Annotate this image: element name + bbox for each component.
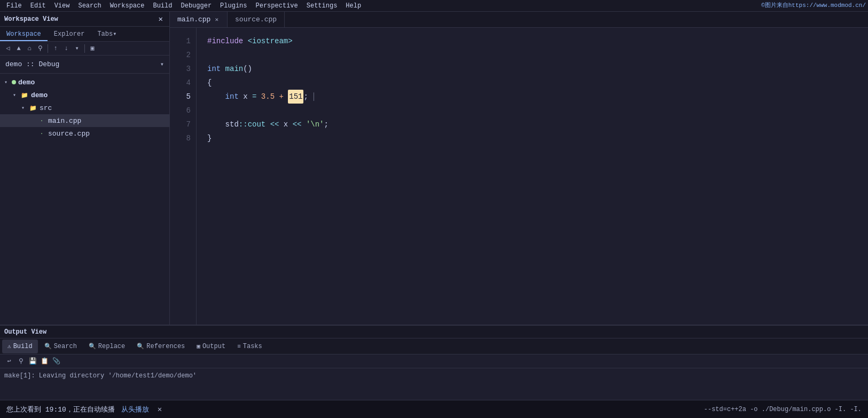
output-toolbar-save-icon[interactable]: 💾 — [28, 357, 37, 366]
token-iostream: <iostream> — [248, 34, 293, 48]
tree-arrow-demo: ▾ — [13, 92, 20, 98]
file-tree: ▾ demo ▾ 📁 demo ▾ 📁 src · main.cpp — [0, 74, 169, 325]
code-line-3: int main() — [207, 62, 857, 76]
ln-4: 4 — [170, 76, 191, 90]
token-semicolon1: ; — [303, 90, 308, 104]
project-selector[interactable]: demo :: Debug ▾ — [0, 56, 169, 74]
ln-5: 5 — [170, 90, 191, 104]
output-toolbar-copy-icon[interactable]: 📋 — [40, 357, 49, 366]
notification-text: 您上次看到 19:10，正在自动续播 — [6, 405, 115, 414]
output-tab-build[interactable]: ⚠ Build — [2, 340, 38, 353]
workspace-toolbar: ◁ ▲ ⌂ ⚲ ↑ ↓ ▾ ▣ — [0, 42, 169, 56]
output-tab-label-output: Output — [202, 343, 225, 350]
code-editor[interactable]: #include <iostream> int main() { int x =… — [197, 28, 868, 325]
output-toolbar-attach-icon[interactable]: 📎 — [51, 357, 61, 366]
output-tab-references[interactable]: 🔍 References — [131, 340, 190, 353]
tree-item-src-folder[interactable]: ▾ 📁 src — [0, 101, 169, 114]
editor-tab-source-cpp[interactable]: source.cpp — [228, 12, 285, 27]
output-icon: ▣ — [197, 343, 200, 350]
menu-debugger[interactable]: Debugger — [176, 1, 216, 11]
ln-1: 1 — [170, 34, 191, 48]
toolbar-home-icon[interactable]: ⌂ — [25, 44, 34, 53]
code-line-5: int x = 3.5 + 151;│ — [207, 90, 857, 104]
notification-link[interactable]: 从头播放 — [121, 405, 149, 414]
tree-label-demo-folder: demo — [31, 91, 48, 99]
project-selector-text: demo :: Debug — [5, 60, 160, 68]
output-tab-search[interactable]: 🔍 Search — [39, 340, 82, 353]
toolbar-expand-icon[interactable]: ▾ — [72, 44, 82, 53]
notification-close-button[interactable]: ✕ — [155, 404, 164, 415]
token-std: std — [225, 117, 239, 131]
token-int-type: int — [207, 62, 225, 76]
output-content: make[1]: Leaving directory '/home/test1/… — [0, 368, 868, 400]
workspace-title-bar: Workspace View ✕ — [0, 12, 169, 27]
workspace-panel: Workspace View ✕ Workspace Explorer Tabs… — [0, 12, 170, 325]
output-tab-replace[interactable]: 🔍 Replace — [83, 340, 130, 353]
token-x-var: x — [243, 90, 252, 104]
toolbar-up2-icon[interactable]: ↑ — [51, 44, 60, 53]
tree-item-main-cpp[interactable]: · main.cpp — [0, 114, 169, 127]
output-toolbar: ↩ ⚲ 💾 📋 📎 — [0, 354, 868, 368]
token-shift2: << — [288, 117, 306, 131]
token-parens: () — [243, 62, 252, 76]
toolbar-down-icon[interactable]: ↓ — [61, 44, 71, 53]
menu-plugins[interactable]: Plugins — [216, 1, 251, 11]
ln-7: 7 — [170, 117, 191, 131]
output-tab-output[interactable]: ▣ Output — [191, 340, 231, 353]
output-title-bar: Output View — [0, 326, 868, 338]
token-indent1 — [207, 90, 225, 104]
menu-workspace[interactable]: Workspace — [106, 1, 149, 11]
toolbar-back-icon[interactable]: ◁ — [3, 44, 13, 53]
tree-item-demo-root[interactable]: ▾ demo — [0, 76, 169, 89]
menu-view[interactable]: View — [50, 1, 74, 11]
token-number: 3.5 + — [256, 90, 288, 104]
output-tab-label-replace: Replace — [98, 343, 125, 350]
ln-8: 8 — [170, 131, 191, 145]
tab-explorer[interactable]: Explorer — [48, 28, 91, 41]
output-tab-label-search: Search — [54, 343, 77, 350]
editor-tab-main-cpp[interactable]: main.cpp ✕ — [170, 12, 228, 27]
workspace-panel-title: Workspace View — [4, 15, 58, 23]
menu-file[interactable]: File — [2, 1, 26, 11]
watermark: ©图片来自https://www.modmod.cn/ — [761, 1, 866, 9]
output-line-2 — [4, 381, 864, 392]
tree-item-source-cpp[interactable]: · source.cpp — [0, 127, 169, 140]
token-cout: cout — [248, 117, 266, 131]
editor-tab-label-source: source.cpp — [235, 15, 277, 23]
token-151-highlight: 151 — [288, 90, 303, 104]
tab-workspace[interactable]: Workspace — [0, 28, 48, 41]
toolbar-search-icon[interactable]: ⚲ — [35, 44, 45, 53]
menu-help[interactable]: Help — [341, 1, 365, 11]
replace-icon: 🔍 — [89, 343, 96, 350]
file-icon-main: · — [37, 116, 46, 125]
main-container: Workspace View ✕ Workspace Explorer Tabs… — [0, 12, 868, 325]
menu-perspective[interactable]: Perspective — [252, 1, 302, 11]
ln-2: 2 — [170, 48, 191, 62]
ln-3: 3 — [170, 62, 191, 76]
tab-tabs[interactable]: Tabs▾ — [91, 28, 123, 41]
toolbar-up-icon[interactable]: ▲ — [14, 44, 24, 53]
menu-settings[interactable]: Settings — [302, 1, 342, 11]
token-x2: x — [284, 117, 288, 131]
token-scope: :: — [239, 117, 248, 131]
code-line-7: std::cout << x << '\n'; — [207, 117, 857, 131]
search-icon: 🔍 — [44, 343, 52, 350]
code-line-2 — [207, 48, 857, 62]
file-icon-source: · — [37, 129, 46, 138]
editor-tabs: main.cpp ✕ source.cpp — [170, 12, 868, 28]
editor-tab-close-main[interactable]: ✕ — [214, 15, 220, 23]
toolbar-grid-icon[interactable]: ▣ — [88, 44, 97, 53]
workspace-close-button[interactable]: ✕ — [157, 14, 165, 23]
output-tab-tasks[interactable]: ≡ Tasks — [232, 340, 268, 353]
menu-edit[interactable]: Edit — [26, 1, 50, 11]
tree-item-demo-folder[interactable]: ▾ 📁 demo — [0, 89, 169, 101]
output-toolbar-search-icon[interactable]: ⚲ — [16, 357, 26, 366]
menu-build[interactable]: Build — [148, 1, 176, 11]
menu-search[interactable]: Search — [74, 1, 105, 11]
code-line-8: } — [207, 131, 857, 145]
editor-tab-label-main: main.cpp — [177, 15, 210, 23]
output-toolbar-undo-icon[interactable]: ↩ — [4, 357, 14, 366]
build-warning-icon: ⚠ — [7, 343, 11, 350]
code-line-1: #include <iostream> — [207, 34, 857, 48]
token-semicolon2: ; — [324, 117, 328, 131]
